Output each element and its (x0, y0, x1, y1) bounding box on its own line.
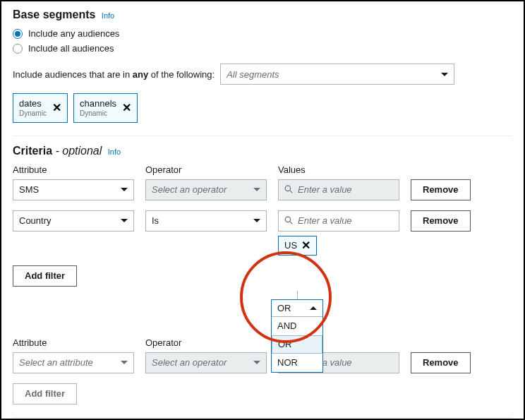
operator-placeholder: Select an operator (152, 357, 227, 368)
operator-select[interactable]: Select an operator (145, 179, 267, 200)
chevron-up-icon (310, 306, 317, 310)
chevron-down-icon (253, 219, 260, 222)
radio-icon (13, 44, 23, 54)
chevron-down-icon (121, 188, 128, 191)
operator-label: Operator (145, 164, 267, 175)
segments-select[interactable]: All segments (220, 64, 454, 85)
radio-icon (13, 29, 23, 39)
include-all-label: Include all audiences (28, 43, 114, 54)
value-tag: US ✕ (278, 236, 317, 256)
attribute-value: Country (19, 215, 52, 226)
criteria-optional: - optional (55, 145, 102, 157)
include-all-radio[interactable]: Include all audiences (13, 43, 512, 54)
attribute-select[interactable]: Country (13, 210, 134, 232)
include-any-radio[interactable]: Include any audiences (13, 28, 512, 39)
attribute-value: SMS (19, 184, 39, 195)
svg-line-3 (290, 222, 292, 224)
chevron-down-icon (441, 73, 448, 76)
tag-remove[interactable]: ✕ (301, 239, 310, 252)
svg-line-1 (290, 191, 292, 193)
svg-point-2 (285, 217, 290, 222)
value-placeholder: Enter a value (298, 215, 352, 226)
criteria-title: Criteria (13, 145, 52, 157)
tag-text: US (284, 240, 297, 251)
add-filter-button-disabled: Add filter (13, 383, 77, 404)
base-title: Base segments (13, 8, 95, 20)
operator-label: Operator (145, 337, 267, 348)
connector-selected: OR (277, 303, 291, 313)
chevron-down-icon (121, 361, 128, 364)
chip-name: channels (80, 98, 116, 109)
chevron-down-icon (121, 219, 128, 222)
search-icon (284, 185, 294, 194)
value-input[interactable]: Enter a value (278, 179, 399, 200)
connector-option-and[interactable]: AND (272, 317, 322, 335)
value-placeholder: Enter a value (298, 184, 352, 195)
connector-option-nor[interactable]: NOR (272, 354, 322, 372)
chevron-down-icon (253, 188, 260, 191)
remove-button[interactable]: Remove (411, 210, 471, 232)
logic-connector-select[interactable]: OR AND OR NOR (271, 299, 323, 373)
values-label: Values (278, 164, 399, 175)
operator-value: Is (152, 215, 159, 226)
attribute-placeholder: Select an attribute (19, 357, 93, 368)
value-input[interactable]: Enter a value (278, 210, 399, 232)
attribute-label: Attribute (13, 164, 134, 175)
remove-button[interactable]: Remove (411, 352, 471, 373)
connector-option-or[interactable]: OR (272, 335, 322, 354)
chip-sub: Dynamic (19, 109, 47, 118)
chip-sub: Dynamic (80, 109, 116, 118)
svg-point-0 (285, 186, 290, 191)
chip-remove[interactable]: ✕ (122, 101, 131, 114)
include-text: Include audiences that are in any of the… (13, 69, 215, 80)
search-icon (284, 216, 294, 225)
operator-placeholder: Select an operator (152, 184, 227, 195)
base-info-link[interactable]: Info (102, 11, 114, 20)
chip-remove[interactable]: ✕ (52, 101, 61, 114)
add-filter-button[interactable]: Add filter (13, 265, 77, 287)
chevron-down-icon (253, 361, 260, 364)
attribute-select[interactable]: SMS (13, 179, 134, 200)
segment-chip: channels Dynamic ✕ (73, 93, 138, 123)
chip-name: dates (19, 98, 47, 109)
attribute-select[interactable]: Select an attribute (13, 352, 134, 373)
include-any-label: Include any audiences (28, 28, 119, 39)
operator-select[interactable]: Is (145, 210, 267, 232)
segment-chip: dates Dynamic ✕ (13, 93, 68, 123)
criteria-info-link[interactable]: Info (108, 148, 121, 156)
remove-button[interactable]: Remove (411, 179, 471, 200)
operator-select[interactable]: Select an operator (145, 352, 267, 373)
attribute-label: Attribute (13, 337, 134, 348)
segments-placeholder: All segments (227, 69, 279, 80)
